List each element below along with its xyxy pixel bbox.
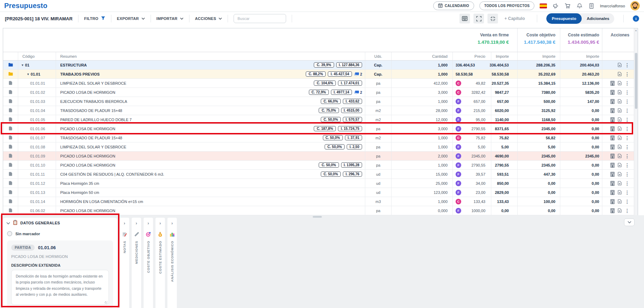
keypad-button[interactable]: [459, 14, 470, 23]
table-row[interactable]: ▾ 01.01.07 TRASDOSADO DE PLADUR 15+48 C.…: [3, 133, 638, 142]
tab-adicionales[interactable]: Adicionales: [582, 13, 614, 24]
file-plus-icon[interactable]: [618, 126, 622, 131]
kebab-menu-icon[interactable]: ⋮: [625, 99, 630, 104]
table-row[interactable]: ▾ 01.01.06 PICADO LOSA DE HORMIGON C. 18…: [3, 124, 638, 133]
file-plus-icon[interactable]: [618, 154, 622, 158]
panel-collapse-button[interactable]: [624, 218, 635, 226]
calculator-icon[interactable]: [610, 145, 615, 149]
tab-presupuesto[interactable]: Presupuesto: [546, 13, 582, 24]
kebab-menu-icon[interactable]: ⋮: [625, 108, 630, 113]
scrollbar-thumb[interactable]: [635, 53, 637, 109]
kebab-menu-icon[interactable]: ⋮: [625, 208, 630, 213]
spanish-flag-icon[interactable]: [540, 4, 547, 8]
file-plus-icon[interactable]: [618, 135, 622, 140]
kebab-menu-icon[interactable]: ⋮: [625, 190, 630, 195]
tab-mediciones[interactable]: › MEDICIONES: [132, 218, 141, 308]
table-row[interactable]: ▾ 01.01.04 TRASDOSADO DE PLADUR 15+48 C.…: [3, 106, 638, 115]
file-plus-icon[interactable]: [618, 63, 622, 67]
expand-all-button[interactable]: [473, 14, 484, 23]
calculator-icon[interactable]: [610, 90, 615, 95]
table-row[interactable]: ▾ 01.01.01 LIMPIEZA DEL SOLAR Y DESBROCE…: [3, 79, 638, 88]
table-row[interactable]: ▾ 01.01.13 Placa Hormigón 50 cm ud 123,0…: [3, 188, 638, 197]
kebab-menu-icon[interactable]: ⋮: [625, 163, 630, 168]
calculator-icon[interactable]: [610, 163, 615, 168]
kebab-menu-icon[interactable]: ⋮: [625, 154, 630, 159]
table-row[interactable]: ▾ 01.06.02 PICADO LOSA DE HORMIGON pa 0,…: [3, 206, 638, 215]
collapse-caret-icon[interactable]: ▾: [27, 72, 29, 76]
megaphone-icon[interactable]: [552, 2, 559, 9]
calculator-icon[interactable]: [610, 181, 615, 186]
table-row[interactable]: ▾ 01.01.10 PICADO LOSA DE HORMIGON C. 50…: [3, 161, 638, 170]
file-plus-icon[interactable]: [618, 117, 622, 122]
calculator-icon[interactable]: [610, 126, 615, 131]
kebab-menu-icon[interactable]: ⋮: [625, 135, 630, 140]
table-row[interactable]: ▾ 01.01 TRABAJOS PREVIOS C. 88,2% I. 45.…: [3, 70, 638, 79]
marker-radio[interactable]: [7, 231, 12, 236]
table-row[interactable]: ▾ 01 ESTRUCTURA C. 39,9% I. 127.884,36 C…: [3, 61, 638, 70]
file-plus-icon[interactable]: [618, 163, 622, 167]
descripcion-textarea[interactable]: Demolición de losa de hormigón armado ex…: [11, 270, 109, 305]
avatar[interactable]: [630, 1, 640, 10]
kebab-menu-icon[interactable]: ⋮: [625, 126, 630, 131]
calculator-icon[interactable]: [610, 108, 615, 113]
kebab-menu-icon[interactable]: ⋮: [625, 63, 630, 68]
datos-generales-header[interactable]: DATOS GENERALES: [3, 218, 117, 228]
tab-notas[interactable]: › NOTAS: [120, 218, 129, 308]
calculator-icon[interactable]: [610, 135, 615, 140]
file-plus-icon[interactable]: [618, 90, 622, 94]
log-icon[interactable]: [588, 2, 595, 9]
importar-button[interactable]: IMPORTAR: [157, 16, 183, 21]
file-plus-icon[interactable]: [618, 145, 622, 149]
todos-proyectos-button[interactable]: TODOS LOS PROYECTOS: [479, 1, 535, 10]
chevron-down-icon[interactable]: [6, 220, 10, 226]
resize-handle[interactable]: [105, 301, 108, 304]
table-row[interactable]: ▾ 01.01.11 C04 GESTIÓN DE RESIDUOS | ALQ…: [3, 170, 638, 179]
tab-analisis-economico[interactable]: › ANÁLISIS ECONÓMICO: [167, 218, 177, 308]
vertical-scrollbar[interactable]: ▲: [634, 28, 638, 215]
table-row[interactable]: ▾ 01.01.12 Placa Hormigón 35 cm ud 25,00…: [3, 179, 638, 188]
tab-coste-estimado[interactable]: › $ COSTE ESTIMADO: [155, 218, 165, 308]
calculator-icon[interactable]: [610, 81, 615, 86]
calendario-button[interactable]: CALENDARIO: [433, 1, 474, 10]
info-icon[interactable]: i: [633, 15, 639, 22]
cart-icon[interactable]: [564, 2, 571, 9]
file-plus-icon[interactable]: [618, 199, 622, 204]
kebab-menu-icon[interactable]: ⋮: [625, 90, 630, 95]
file-plus-icon[interactable]: [618, 208, 622, 213]
file-plus-icon[interactable]: [618, 108, 622, 113]
kebab-menu-icon[interactable]: ⋮: [625, 81, 630, 86]
table-row[interactable]: ▾ 01.01.03 EJECUCION TRABAJOS IBERDROLA …: [3, 97, 638, 106]
comments-badge[interactable]: 2: [354, 72, 362, 76]
calculator-icon[interactable]: [610, 117, 615, 122]
table-row[interactable]: ▾ 01.01.08 LIMPIEZA DEL SOLAR Y DESBROCE…: [3, 142, 638, 152]
kebab-menu-icon[interactable]: ⋮: [625, 181, 630, 186]
calculator-icon[interactable]: [610, 154, 615, 159]
file-plus-icon[interactable]: [618, 172, 622, 176]
kebab-menu-icon[interactable]: ⋮: [625, 72, 630, 77]
calculator-icon[interactable]: [610, 99, 615, 104]
exportar-button[interactable]: EXPORTAR: [117, 16, 145, 21]
file-plus-icon[interactable]: [618, 72, 622, 76]
acciones-button[interactable]: ACCIONES: [195, 16, 222, 21]
kebab-menu-icon[interactable]: ⋮: [625, 117, 630, 122]
scroll-up-arrow[interactable]: ▲: [634, 29, 638, 31]
file-plus-icon[interactable]: [618, 99, 622, 104]
table-row[interactable]: ▾ 01.01.02 PICADO LOSA DE HORMIGON C. 72…: [3, 88, 638, 97]
table-row[interactable]: ▾ 01.01.05 PARED DE LADRILLO HUECO DOBLE…: [3, 115, 638, 124]
horizontal-scrollbar-thumb[interactable]: [313, 216, 322, 218]
tab-coste-objetivo[interactable]: › COSTE OBJETIVO: [144, 218, 153, 308]
search-input[interactable]: [234, 14, 286, 23]
filtro-button[interactable]: FILTRO: [84, 16, 105, 21]
calculator-icon[interactable]: [610, 208, 615, 213]
kebab-menu-icon[interactable]: ⋮: [625, 145, 630, 149]
calculator-icon[interactable]: [610, 199, 615, 204]
collapse-all-button[interactable]: [487, 14, 498, 23]
table-row[interactable]: ▾ 01.01.14 HORMIGÓN EN LOSA CIMENTACIÓN …: [3, 197, 638, 206]
kebab-menu-icon[interactable]: ⋮: [625, 199, 630, 204]
file-plus-icon[interactable]: [618, 190, 622, 195]
calculator-icon[interactable]: [610, 172, 615, 177]
collapse-caret-icon[interactable]: ▾: [22, 63, 23, 67]
kebab-menu-icon[interactable]: ⋮: [625, 172, 630, 177]
add-capitulo-button[interactable]: + Capítulo: [504, 16, 525, 21]
file-plus-icon[interactable]: [618, 181, 622, 186]
